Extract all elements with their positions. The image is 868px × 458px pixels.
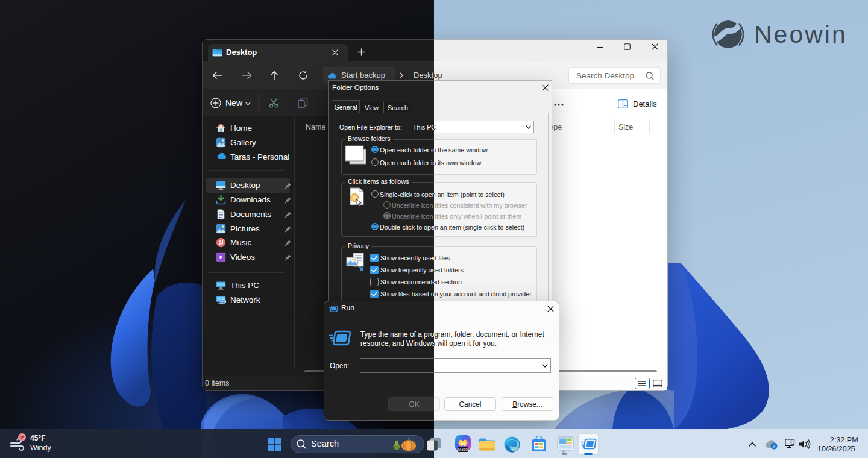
svg-text:M365: M365 [458,447,468,451]
svg-text:i: i [773,444,775,449]
